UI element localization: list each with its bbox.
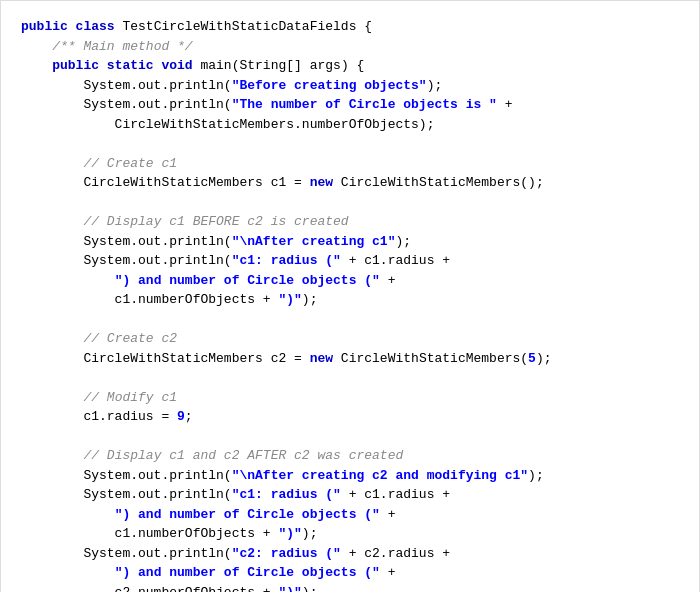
- code-editor: public class TestCircleWithStaticDataFie…: [0, 0, 700, 592]
- code-content: public class TestCircleWithStaticDataFie…: [21, 17, 679, 592]
